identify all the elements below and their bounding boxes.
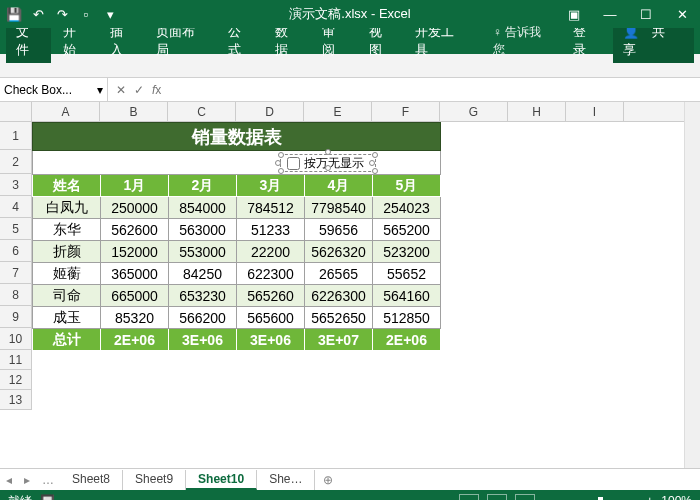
vertical-scrollbar[interactable] — [684, 102, 700, 468]
sheet-tab[interactable]: Sheet10 — [186, 470, 257, 490]
col-header[interactable]: E — [304, 102, 372, 121]
ribbon-options-icon[interactable]: ▣ — [562, 7, 586, 22]
row-header[interactable]: 11 — [0, 350, 32, 370]
cell[interactable]: 姓名 — [33, 175, 101, 197]
cell[interactable]: 总计 — [33, 329, 101, 351]
cell[interactable]: 51233 — [237, 219, 305, 241]
row-header[interactable]: 12 — [0, 370, 32, 390]
col-header[interactable]: F — [372, 102, 440, 121]
cell[interactable]: 55652 — [373, 263, 441, 285]
cell[interactable]: 563000 — [169, 219, 237, 241]
select-all-triangle[interactable] — [0, 102, 32, 122]
cell[interactable]: 85320 — [101, 307, 169, 329]
cell[interactable]: 5626320 — [305, 241, 373, 263]
name-box[interactable]: Check Box...▾ — [0, 78, 108, 101]
tell-me[interactable]: ♀ 告诉我您 — [483, 20, 561, 62]
row-header[interactable]: 4 — [0, 196, 32, 218]
qat-more-icon[interactable]: ▾ — [102, 6, 118, 22]
cell[interactable]: 1月 — [101, 175, 169, 197]
checkbox-input[interactable] — [287, 157, 300, 170]
sheet-tab[interactable]: Sheet8 — [60, 470, 123, 490]
row-header[interactable]: 1 — [0, 122, 32, 150]
cell[interactable]: 姬蘅 — [33, 263, 101, 285]
chevron-down-icon[interactable]: ▾ — [97, 83, 103, 97]
cancel-icon[interactable]: ✕ — [116, 83, 126, 97]
cell[interactable]: 653230 — [169, 285, 237, 307]
cell[interactable]: 22200 — [237, 241, 305, 263]
cell[interactable]: 3E+06 — [169, 329, 237, 351]
checkbox-control[interactable]: 按万无显示 — [280, 154, 376, 172]
view-pagelayout-icon[interactable] — [487, 494, 507, 500]
row-header[interactable]: 13 — [0, 390, 32, 410]
cell[interactable]: 565200 — [373, 219, 441, 241]
cell[interactable]: 562600 — [101, 219, 169, 241]
sheet-tab[interactable]: Sheet9 — [123, 470, 186, 490]
zoom-level[interactable]: 100% — [661, 494, 692, 500]
row-headers[interactable]: 12345678910111213 — [0, 122, 32, 410]
undo-icon[interactable]: ↶ — [30, 6, 46, 22]
cell[interactable]: 2E+06 — [101, 329, 169, 351]
col-header[interactable]: I — [566, 102, 624, 121]
row-header[interactable]: 6 — [0, 240, 32, 262]
cell[interactable]: 622300 — [237, 263, 305, 285]
zoom-in-icon[interactable]: + — [646, 494, 653, 500]
sheet-nav-more[interactable]: … — [36, 473, 60, 487]
row-header[interactable]: 10 — [0, 328, 32, 350]
cell[interactable]: 26565 — [305, 263, 373, 285]
row-header[interactable]: 5 — [0, 218, 32, 240]
fx-icon[interactable]: fx — [152, 83, 161, 97]
cell[interactable]: 5652650 — [305, 307, 373, 329]
cell[interactable]: 84250 — [169, 263, 237, 285]
cell[interactable]: 564160 — [373, 285, 441, 307]
cell[interactable]: 565600 — [237, 307, 305, 329]
cell[interactable]: 254023 — [373, 197, 441, 219]
sheet-nav-prev[interactable]: ◂ — [0, 473, 18, 487]
cell[interactable]: 7798540 — [305, 197, 373, 219]
minimize-icon[interactable]: — — [598, 7, 622, 22]
cell[interactable]: 854000 — [169, 197, 237, 219]
col-header[interactable]: H — [508, 102, 566, 121]
cell[interactable]: 折颜 — [33, 241, 101, 263]
col-header[interactable]: D — [236, 102, 304, 121]
cell[interactable]: 5月 — [373, 175, 441, 197]
cell[interactable]: 4月 — [305, 175, 373, 197]
row-header[interactable]: 2 — [0, 150, 32, 174]
col-header[interactable]: G — [440, 102, 508, 121]
cell[interactable]: 152000 — [101, 241, 169, 263]
col-header[interactable]: B — [100, 102, 168, 121]
cell[interactable]: 784512 — [237, 197, 305, 219]
enter-icon[interactable]: ✓ — [134, 83, 144, 97]
cell[interactable]: 东华 — [33, 219, 101, 241]
cell[interactable]: 665000 — [101, 285, 169, 307]
zoom-out-icon[interactable]: − — [543, 494, 550, 500]
cell[interactable]: 512850 — [373, 307, 441, 329]
cell[interactable]: 2E+06 — [373, 329, 441, 351]
view-pagebreak-icon[interactable] — [515, 494, 535, 500]
cell[interactable] — [33, 151, 441, 175]
cell[interactable]: 2月 — [169, 175, 237, 197]
cell[interactable]: 3E+06 — [237, 329, 305, 351]
cell[interactable]: 566200 — [169, 307, 237, 329]
cell[interactable]: 553000 — [169, 241, 237, 263]
column-headers[interactable]: ABCDEFGHI — [32, 102, 684, 122]
row-header[interactable]: 3 — [0, 174, 32, 196]
cell[interactable]: 59656 — [305, 219, 373, 241]
cell[interactable]: 523200 — [373, 241, 441, 263]
cell[interactable]: 成玉 — [33, 307, 101, 329]
row-header[interactable]: 7 — [0, 262, 32, 284]
maximize-icon[interactable]: ☐ — [634, 7, 658, 22]
sheet-tab[interactable]: She… — [257, 470, 315, 490]
add-sheet-icon[interactable]: ⊕ — [315, 473, 341, 487]
close-icon[interactable]: ✕ — [670, 7, 694, 22]
row-header[interactable]: 8 — [0, 284, 32, 306]
cell[interactable]: 365000 — [101, 263, 169, 285]
cell[interactable]: 销量数据表 — [33, 123, 441, 151]
cell[interactable]: 565260 — [237, 285, 305, 307]
col-header[interactable]: C — [168, 102, 236, 121]
redo-icon[interactable]: ↷ — [54, 6, 70, 22]
view-normal-icon[interactable] — [459, 494, 479, 500]
cell[interactable]: 3月 — [237, 175, 305, 197]
col-header[interactable]: A — [32, 102, 100, 121]
cells-area[interactable]: 销量数据表姓名1月2月3月4月5月白凤九25000085400078451277… — [32, 122, 441, 410]
cell[interactable]: 3E+07 — [305, 329, 373, 351]
